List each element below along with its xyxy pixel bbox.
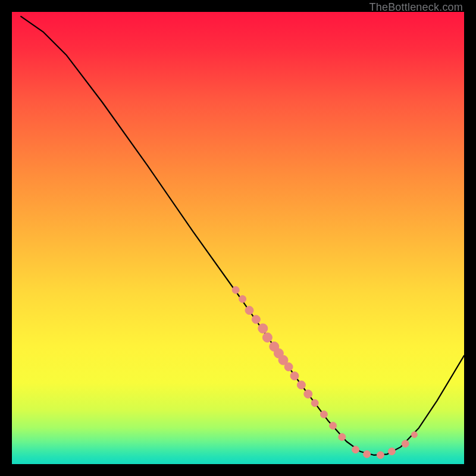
data-point bbox=[262, 333, 272, 342]
data-point bbox=[290, 372, 299, 380]
curve-path bbox=[21, 17, 464, 455]
data-point bbox=[232, 286, 239, 293]
data-point bbox=[320, 411, 327, 418]
chart-root: TheBottleneck.com bbox=[0, 0, 476, 476]
data-point bbox=[330, 422, 337, 429]
data-point bbox=[297, 381, 305, 389]
data-point bbox=[258, 324, 268, 333]
data-point bbox=[388, 448, 395, 455]
data-point bbox=[352, 446, 359, 453]
data-point bbox=[411, 432, 417, 438]
data-point bbox=[252, 315, 260, 324]
data-point bbox=[245, 306, 253, 315]
data-point bbox=[402, 440, 409, 447]
plot-area bbox=[12, 12, 464, 464]
data-point bbox=[311, 399, 318, 406]
data-point bbox=[364, 450, 371, 458]
chart-svg bbox=[12, 12, 464, 464]
data-point bbox=[377, 452, 384, 459]
data-point bbox=[239, 296, 246, 303]
data-point bbox=[304, 390, 312, 398]
data-points bbox=[232, 286, 417, 458]
data-point bbox=[339, 433, 346, 440]
data-point bbox=[284, 363, 293, 371]
